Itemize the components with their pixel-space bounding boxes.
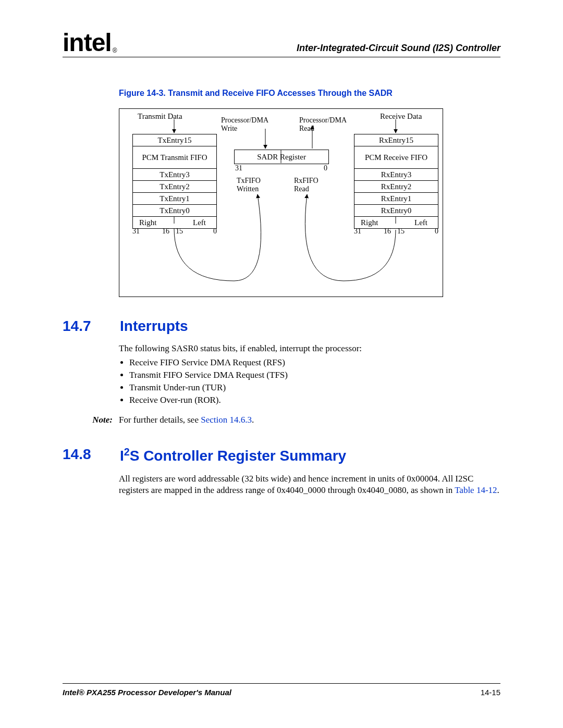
tx-channel-row: Right Left: [133, 216, 216, 228]
section-14-7-heading: 14.7 Interrupts: [63, 318, 500, 335]
body-pre: All registers are word addressable (32 b…: [119, 474, 473, 495]
note-row: Note: For further details, see Section 1…: [63, 415, 500, 425]
pcm-tx-label: PCM Transmit FIFO: [133, 146, 216, 168]
body-tail: .: [497, 485, 499, 495]
chapter-title: Inter-Integrated-Circuit Sound (I2S) Con…: [297, 43, 500, 54]
section-number: 14.8: [63, 446, 99, 464]
figure-caption: Figure 14-3. Transmit and Receive FIFO A…: [119, 89, 500, 98]
page-footer: Intel® PXA255 Processor Developer's Manu…: [63, 683, 500, 697]
proc-write-label: Processor/DMA Write: [221, 116, 268, 133]
rx-bit-0: 0: [435, 227, 438, 236]
page-header: intel® Inter-Integrated-Circuit Sound (I…: [63, 31, 500, 57]
figure-diagram: Transmit Data Receive Data Processor/DMA…: [119, 108, 443, 297]
rx-entry: RxEntry1: [354, 192, 438, 204]
section-link[interactable]: Section 14.6.3: [201, 415, 252, 425]
rxfifo-read-label: RxFIFO Read: [294, 177, 319, 193]
logo-text: intel: [63, 29, 112, 56]
right-label: Right: [139, 217, 156, 228]
tx-data-label: Transmit Data: [138, 112, 182, 121]
tx-fifo-box: TxEntry15 PCM Transmit FIFO TxEntry3 TxE…: [132, 134, 217, 229]
section-14-8-body: All registers are word addressable (32 b…: [119, 473, 500, 496]
tx-entry: TxEntry15: [133, 134, 216, 146]
registered-mark: ®: [113, 47, 117, 54]
list-item: Receive FIFO Service DMA Request (RFS): [129, 357, 500, 368]
list-item: Transmit FIFO Service DMA Request (TFS): [129, 370, 500, 380]
sadr-bit-31: 31: [235, 164, 242, 172]
tx-entry: TxEntry1: [133, 192, 216, 204]
left-label: Left: [414, 217, 427, 228]
pcm-rx-label: PCM Receive FIFO: [354, 146, 438, 168]
rx-entry: RxEntry2: [354, 180, 438, 192]
tx-bit-0: 0: [213, 227, 217, 236]
note-label: Note:: [63, 415, 119, 425]
tx-entry: TxEntry3: [133, 168, 216, 180]
note-text: For further details, see Section 14.6.3.: [119, 415, 254, 425]
sadr-register: SADR Register: [234, 150, 329, 164]
rx-entry: RxEntry15: [354, 134, 438, 146]
rx-bit-31: 31: [354, 227, 361, 236]
table-link[interactable]: Table 14-12: [455, 485, 497, 495]
txfifo-written-label: TxFIFO Written: [237, 177, 261, 193]
list-item: Transmit Under-run (TUR): [129, 382, 500, 393]
tx-bit-16: 16: [162, 227, 169, 236]
note-body: For further details, see: [119, 415, 201, 425]
footer-manual-title: Intel® PXA255 Processor Developer's Manu…: [63, 688, 231, 697]
list-item: Receive Over-run (ROR).: [129, 395, 500, 405]
section-14-7-intro: The following SASR0 status bits, if enab…: [119, 343, 500, 354]
tx-bit-15: 15: [176, 227, 183, 236]
tx-bit-31: 31: [132, 227, 140, 236]
section-title: Interrupts: [120, 318, 188, 335]
section-number: 14.7: [63, 318, 99, 335]
note-tail: .: [252, 415, 254, 425]
rx-channel-row: Right Left: [354, 216, 438, 228]
tx-entry: TxEntry0: [133, 204, 216, 216]
section-title: I2S Controller Register Summary: [120, 446, 346, 464]
proc-read-label: Processor/DMA Read: [299, 116, 347, 133]
section-14-8-heading: 14.8 I2S Controller Register Summary: [63, 446, 500, 464]
interrupt-bullet-list: Receive FIFO Service DMA Request (RFS) T…: [119, 357, 500, 405]
rx-entry: RxEntry3: [354, 168, 438, 180]
rx-data-label: Receive Data: [380, 112, 422, 121]
intel-logo: intel®: [63, 31, 117, 54]
right-label: Right: [361, 217, 378, 228]
footer-page-number: 14-15: [481, 688, 500, 697]
rx-fifo-box: RxEntry15 PCM Receive FIFO RxEntry3 RxEn…: [354, 134, 438, 229]
left-label: Left: [193, 217, 206, 228]
rx-bit-16: 16: [384, 227, 391, 236]
sadr-bit-0: 0: [324, 164, 327, 172]
rx-entry: RxEntry0: [354, 204, 438, 216]
rx-bit-15: 15: [397, 227, 405, 236]
tx-entry: TxEntry2: [133, 180, 216, 192]
